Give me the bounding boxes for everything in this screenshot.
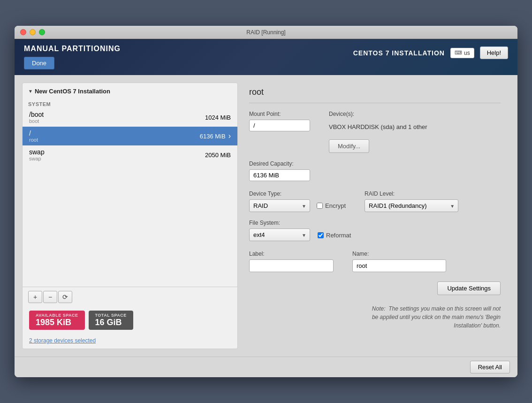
help-button[interactable]: Help! [480,46,508,59]
reformat-group: Reformat [318,232,351,239]
reformat-checkbox[interactable] [318,232,324,238]
filesystem-row: File System: ext4 ext3 ext2 xfs vfat efi… [249,220,501,241]
header-right: CENTOS 7 INSTALLATION ⌨ us Help! [353,46,508,59]
done-button[interactable]: Done [24,57,54,69]
installation-group: ▼ New CentOS 7 Installation [23,83,237,99]
raid-level-select-wrapper: RAID0 (Performance) RAID1 (Redundancy) R… [365,199,458,212]
devices-value: VBOX HARDDISK (sda) and 1 other [329,123,427,130]
expand-icon: ▼ [28,89,33,94]
total-space-value: 16 GiB [95,318,127,327]
desired-capacity-group: Desired Capacity: [249,160,501,181]
partition-info-root: / root [29,129,38,143]
update-settings-row: Update Settings [249,281,501,300]
refresh-button[interactable]: ⟳ [58,291,72,303]
filesystem-group: File System: ext4 ext3 ext2 xfs vfat efi… [249,220,310,241]
filesystem-label: File System: [249,220,310,226]
storage-info: AVAILABLE SPACE 1985 KiB TOTAL SPACE 16 … [23,307,237,335]
device-type-select[interactable]: RAID Standard Partition LVM LVM Thin Pro… [249,199,310,212]
partition-info-swap: swap swap [29,148,45,161]
bottom-bar: Reset All [15,357,517,377]
total-space-label: TOTAL SPACE [95,313,127,318]
left-panel: ▼ New CentOS 7 Installation SYSTEM /boot… [22,83,238,349]
raid-level-select[interactable]: RAID0 (Performance) RAID1 (Redundancy) R… [365,199,458,212]
device-type-section: Device Type: RAID Standard Partition LVM… [249,190,501,212]
partition-mount-boot: /boot [29,111,44,118]
update-settings-button[interactable]: Update Settings [437,281,501,295]
reformat-label: Reformat [326,232,351,239]
window-title: RAID [Running] [246,29,285,36]
mount-point-group: Mount Point: [249,111,310,131]
group-header: ▼ New CentOS 7 Installation [28,88,232,95]
main-window: RAID [Running] MANUAL PARTITIONING Done … [15,26,517,377]
keyboard-lang: us [464,50,470,56]
modify-button[interactable]: Modify... [329,139,369,153]
partition-size-value-root: 6136 MiB [200,133,226,140]
name-label: Name: [352,251,446,257]
partition-label-root: root [29,137,38,143]
device-type-label: Device Type: [249,190,346,197]
encrypt-checkbox[interactable] [317,203,323,209]
label-input[interactable] [249,259,334,272]
partition-root[interactable]: / root 6136 MiB › [23,127,237,145]
partition-size-boot: 1024 MiB [205,114,231,121]
right-title: root [249,87,501,97]
encrypt-group: Encrypt [317,202,346,209]
header-left: MANUAL PARTITIONING Done [24,45,121,69]
mount-point-input[interactable] [249,120,310,131]
raid-level-label: RAID Level: [365,190,458,197]
system-section-label: SYSTEM [23,99,237,108]
partition-arrow-icon: › [228,132,231,140]
storage-devices-link[interactable]: 2 storage devices selected [23,335,237,349]
window-controls [20,29,45,35]
header: MANUAL PARTITIONING Done CENTOS 7 INSTAL… [15,39,517,75]
device-type-group: Device Type: RAID Standard Partition LVM… [249,190,346,212]
name-group: Name: [352,251,446,272]
mount-devices-row: Mount Point: Device(s): VBOX HARDDISK (s… [249,111,501,153]
partition-size-swap: 2050 MiB [205,152,231,159]
add-partition-button[interactable]: + [28,291,42,303]
partition-toolbar: + − ⟳ [23,287,237,307]
minimize-button[interactable] [30,29,36,35]
encrypt-label: Encrypt [325,202,346,209]
available-space-box: AVAILABLE SPACE 1985 KiB [29,311,85,330]
main-content: ▼ New CentOS 7 Installation SYSTEM /boot… [15,75,517,357]
title-bar: RAID [Running] [15,26,517,39]
name-input[interactable] [352,259,446,272]
maximize-button[interactable] [39,29,45,35]
device-type-controls: RAID Standard Partition LVM LVM Thin Pro… [249,199,346,212]
partition-size-root: 6136 MiB › [200,132,231,140]
desired-capacity-input[interactable] [249,169,310,181]
partition-label-swap: swap [29,156,45,161]
label-group: Label: [249,251,334,272]
devices-group: Device(s): VBOX HARDDISK (sda) and 1 oth… [329,111,427,153]
partition-swap[interactable]: swap swap 2050 MiB [23,145,237,164]
right-divider [249,103,501,103]
partition-boot[interactable]: /boot boot 1024 MiB [23,108,237,127]
keyboard-icon: ⌨ [455,50,462,56]
raid-level-group: RAID Level: RAID0 (Performance) RAID1 (R… [365,190,458,212]
available-space-value: 1985 KiB [36,318,78,327]
filesystem-select[interactable]: ext4 ext3 ext2 xfs vfat efi biosboot swa… [249,228,310,241]
reset-all-button[interactable]: Reset All [470,361,510,373]
right-panel: root Mount Point: Device(s): VBOX HARDDI… [238,83,510,349]
partition-mount-swap: swap [29,148,45,156]
devices-label: Device(s): [329,111,427,117]
label-label: Label: [249,251,334,257]
group-label: New CentOS 7 Installation [35,88,110,95]
mount-point-label: Mount Point: [249,111,310,117]
keyboard-input[interactable]: ⌨ us [450,48,474,58]
total-space-box: TOTAL SPACE 16 GiB [89,311,133,330]
available-space-label: AVAILABLE SPACE [36,313,78,318]
partition-mount-root: / [29,129,38,137]
close-button[interactable] [20,29,26,35]
centos-title: CENTOS 7 INSTALLATION [353,49,445,57]
app-title: MANUAL PARTITIONING [24,45,121,53]
desired-capacity-label: Desired Capacity: [249,160,501,167]
filesystem-select-wrapper: ext4 ext3 ext2 xfs vfat efi biosboot swa… [249,228,310,241]
partition-info-boot: /boot boot [29,111,44,124]
device-type-select-wrapper: RAID Standard Partition LVM LVM Thin Pro… [249,199,310,212]
remove-partition-button[interactable]: − [43,291,57,303]
note-text: Note: The settings you make on this scre… [249,304,501,330]
label-name-row: Label: Name: [249,251,501,272]
partition-label-boot: boot [29,118,44,124]
